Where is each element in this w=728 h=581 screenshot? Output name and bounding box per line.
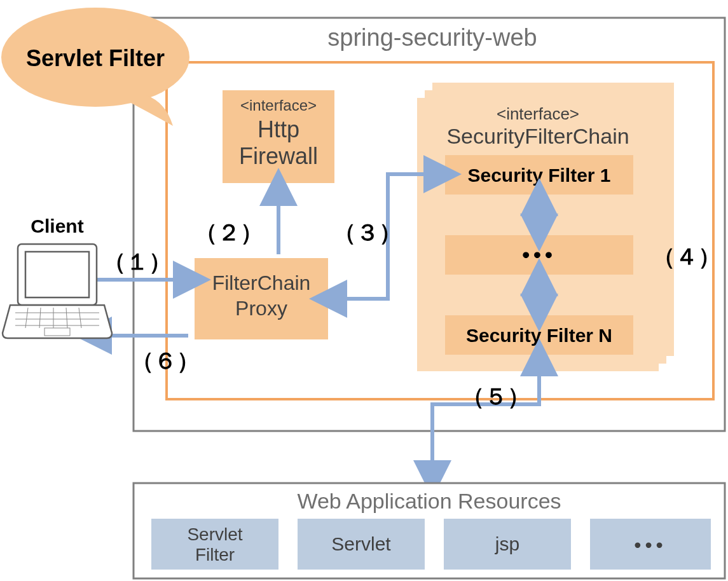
svg-rect-1 bbox=[25, 252, 89, 297]
res-label-3: ••• bbox=[634, 533, 667, 556]
step-5: （５） bbox=[462, 383, 530, 409]
filter-n-label: Security Filter N bbox=[466, 325, 612, 346]
filter-dots-label: ••• bbox=[522, 242, 556, 266]
proxy-line2: Proxy bbox=[235, 297, 287, 320]
module-title: spring-security-web bbox=[327, 24, 537, 51]
res-label-0b: Filter bbox=[195, 545, 235, 564]
res-label-2: jsp bbox=[495, 533, 519, 554]
res-label-1: Servlet bbox=[331, 533, 391, 554]
res-label-0a: Servlet bbox=[187, 524, 242, 544]
svg-rect-10 bbox=[45, 328, 70, 336]
proxy-line1: FilterChain bbox=[212, 271, 311, 294]
firewall-line2: Firewall bbox=[239, 143, 318, 169]
chain-stereotype: <interface> bbox=[497, 104, 579, 123]
step-4: （４） bbox=[652, 243, 721, 270]
step-2: （２） bbox=[195, 219, 263, 245]
firewall-line1: Http bbox=[258, 116, 299, 142]
resources-title: Web Application Resources bbox=[297, 489, 561, 513]
step-3: （３） bbox=[333, 219, 402, 245]
laptop-icon bbox=[3, 244, 112, 338]
chain-title: SecurityFilterChain bbox=[446, 124, 629, 148]
client-label: Client bbox=[31, 215, 83, 236]
step-6: （６） bbox=[131, 348, 200, 374]
filter-1-label: Security Filter 1 bbox=[467, 165, 610, 186]
diagram-root: spring-security-web <interface> Security… bbox=[0, 0, 728, 581]
step-1: （１） bbox=[103, 249, 172, 275]
callout-label: Servlet Filter bbox=[26, 45, 165, 71]
firewall-stereotype: <interface> bbox=[240, 97, 317, 114]
